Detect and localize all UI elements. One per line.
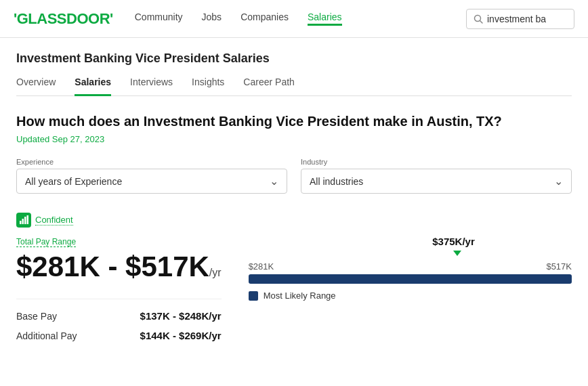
experience-value: All years of Experience xyxy=(25,176,122,187)
experience-chevron-icon: ⌄ xyxy=(270,175,278,188)
tab-salaries[interactable]: Salaries xyxy=(75,77,111,96)
svg-rect-4 xyxy=(24,217,26,224)
pay-breakdown: Base Pay $137K - $248K/yr Additional Pay… xyxy=(16,299,222,341)
salary-section: Total Pay Range $281K - $517K/yr Base Pa… xyxy=(16,236,572,341)
base-pay-value: $137K - $248K/yr xyxy=(140,310,222,322)
most-likely-row: Most Likely Range xyxy=(249,291,572,301)
search-bar[interactable]: investment ba xyxy=(466,9,574,29)
marker-container: $375K/yr xyxy=(249,236,572,260)
tab-career-path[interactable]: Career Path xyxy=(243,77,294,96)
total-pay-label: Total Pay Range xyxy=(16,237,76,247)
range-high: $517K xyxy=(125,251,209,282)
industry-filter-group: Industry All industries ⌄ xyxy=(301,158,572,194)
confident-icon xyxy=(16,213,31,228)
experience-select[interactable]: All years of Experience ⌄ xyxy=(16,169,287,194)
svg-line-1 xyxy=(480,20,483,23)
updated-date: Updated Sep 27, 2023 xyxy=(16,134,572,144)
industry-value: All industries xyxy=(310,176,363,187)
salary-bar xyxy=(249,274,572,284)
marker-value: $375K/yr xyxy=(432,236,475,247)
page-content: Investment Banking Vice President Salari… xyxy=(0,38,588,355)
per-yr: /yr xyxy=(209,267,222,278)
tab-overview[interactable]: Overview xyxy=(16,77,56,96)
industry-chevron-icon: ⌄ xyxy=(554,175,563,188)
tab-insights[interactable]: Insights xyxy=(192,77,224,96)
main-header: 'GLASSDOOR' Community Jobs Companies Sal… xyxy=(0,0,588,38)
experience-filter-group: Experience All years of Experience ⌄ xyxy=(16,158,287,194)
bar-low-label: $281K xyxy=(249,261,274,272)
total-pay-range: $281K - $517K/yr xyxy=(16,251,222,282)
search-text: investment ba xyxy=(487,14,546,24)
bar-high-label: $517K xyxy=(546,261,572,272)
main-question: How much does an Investment Banking Vice… xyxy=(16,112,572,130)
nav-community[interactable]: Community xyxy=(135,12,183,26)
main-nav: Community Jobs Companies Salaries xyxy=(135,12,444,26)
page-title: Investment Banking Vice President Salari… xyxy=(16,51,572,66)
base-pay-label: Base Pay xyxy=(16,311,57,322)
search-icon xyxy=(474,14,483,24)
confident-section: Confident xyxy=(16,213,572,228)
nav-companies[interactable]: Companies xyxy=(240,12,289,26)
svg-rect-5 xyxy=(27,215,29,224)
salary-left: Total Pay Range $281K - $517K/yr Base Pa… xyxy=(16,236,222,341)
salary-right: $375K/yr $281K $517K Most Likely Range xyxy=(249,236,572,301)
experience-filter-label: Experience xyxy=(16,158,287,166)
filters-row: Experience All years of Experience ⌄ Ind… xyxy=(16,158,572,194)
confident-label: Confident xyxy=(35,215,73,226)
arrow-down-icon xyxy=(453,251,461,256)
industry-select[interactable]: All industries ⌄ xyxy=(301,169,572,194)
logo[interactable]: 'GLASSDOOR' xyxy=(14,10,113,28)
most-likely-box-icon xyxy=(249,291,258,301)
tab-interviews[interactable]: Interviews xyxy=(130,77,173,96)
most-likely-label: Most Likely Range xyxy=(264,291,336,301)
range-low: $281K xyxy=(16,251,100,282)
nav-salaries[interactable]: Salaries xyxy=(308,12,342,26)
additional-pay-row: Additional Pay $144K - $269K/yr xyxy=(16,330,222,341)
base-pay-row: Base Pay $137K - $248K/yr xyxy=(16,310,222,322)
svg-rect-2 xyxy=(20,221,22,224)
svg-rect-3 xyxy=(22,219,24,224)
additional-pay-label: Additional Pay xyxy=(16,330,77,341)
bar-labels: $281K $517K xyxy=(249,261,572,272)
tab-bar: Overview Salaries Interviews Insights Ca… xyxy=(16,77,572,96)
nav-jobs[interactable]: Jobs xyxy=(202,12,222,26)
range-dash: - xyxy=(100,251,125,282)
industry-filter-label: Industry xyxy=(301,158,572,166)
additional-pay-value: $144K - $269K/yr xyxy=(140,330,222,341)
